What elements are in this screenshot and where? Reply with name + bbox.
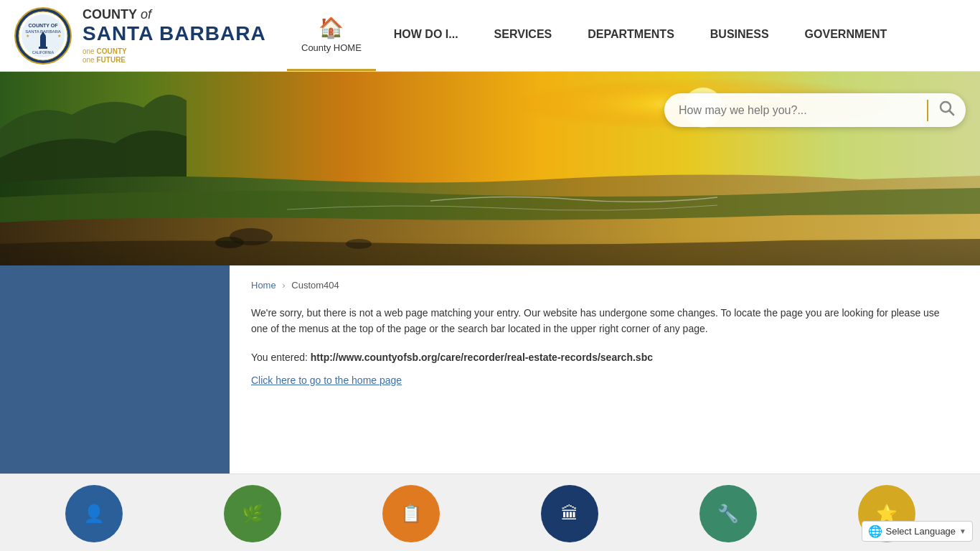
search-input[interactable] [679,104,920,117]
logo-section: COUNTY OF SANTA BARBARA CALIFORNIA ★ ★ C… [0,0,287,71]
circle-icon-2: 🌿 [242,504,263,524]
nav-government[interactable]: GOVERNMENT [787,0,905,71]
search-bar-container [664,93,966,127]
main-content: Home › Custom404 We're sorry, but there … [0,265,980,474]
nav-home-label: County HOME [301,42,362,53]
nav-home[interactable]: 🏠 County HOME [287,0,376,71]
circle-button-4[interactable]: 🏛 [541,485,598,542]
translate-icon: 🌐 [868,524,882,538]
svg-rect-7 [39,47,47,49]
circle-button-1[interactable]: 👤 [65,485,123,542]
county-seal: COUNTY OF SANTA BARBARA CALIFORNIA ★ ★ [14,7,72,65]
entered-url-value: http://www.countyofsb.org/care/recorder/… [311,352,653,363]
nav-section: 🏠 County HOME HOW DO I... SERVICES DEPAR… [287,0,980,71]
entered-url-text: You entered: http://www.countyofsb.org/c… [251,352,958,363]
nav-business[interactable]: BUSINESS [692,0,787,71]
county-tagline: one COUNTY one FUTURE [83,47,266,64]
entered-prefix: You entered: [251,352,311,363]
circle-icon-3: 📋 [400,504,422,524]
nav-items: HOW DO I... SERVICES DEPARTMENTS BUSINES… [376,0,980,71]
home-icon: 🏠 [319,16,344,39]
nav-departments[interactable]: DEPARTMENTS [570,0,692,71]
hero-dark-bottom [0,237,980,265]
nav-services[interactable]: SERVICES [476,0,570,71]
hero-section [0,72,980,265]
svg-text:★: ★ [57,34,61,38]
search-icon [939,100,955,116]
of-word: of [141,7,151,22]
language-selector[interactable]: 🌐 Select Language ▼ [862,521,974,542]
header: COUNTY OF SANTA BARBARA CALIFORNIA ★ ★ C… [0,0,980,72]
svg-line-19 [950,111,954,116]
circle-icon-4: 🏛 [561,504,578,524]
svg-text:★: ★ [26,34,29,38]
county-of-label: COUNTY of [83,7,266,22]
svg-rect-5 [40,36,46,47]
sidebar [0,265,230,474]
santa-barbara-label: SANTA BARBARA [83,22,266,45]
circle-icon-1: 👤 [83,504,105,524]
footer-area: 👤 🌿 📋 🏛 🔧 ⭐ 🌐 Select Language ▼ [0,474,980,551]
svg-text:COUNTY OF: COUNTY OF [28,23,58,28]
language-label: Select Language [886,526,956,537]
search-button[interactable] [936,99,958,121]
circle-button-2[interactable]: 🌿 [224,485,281,542]
search-divider [927,100,928,121]
error-message: We're sorry, but there is not a web page… [251,305,958,337]
language-dropdown-arrow: ▼ [959,527,966,535]
breadcrumb: Home › Custom404 [251,280,958,291]
circle-button-3[interactable]: 📋 [382,485,440,542]
content-area: Home › Custom404 We're sorry, but there … [230,265,980,474]
circle-button-5[interactable]: 🔧 [699,485,757,542]
breadcrumb-separator: › [282,280,285,291]
svg-text:CALIFORNIA: CALIFORNIA [32,50,55,55]
county-word: COUNTY [83,7,137,22]
go-home-link[interactable]: Click here to go to the home page [251,375,402,386]
breadcrumb-current: Custom404 [291,280,339,291]
logo-text: COUNTY of SANTA BARBARA one COUNTY one F… [83,7,266,64]
breadcrumb-home-link[interactable]: Home [251,280,276,291]
nav-how-do-i[interactable]: HOW DO I... [376,0,476,71]
circle-icon-5: 🔧 [717,504,739,524]
